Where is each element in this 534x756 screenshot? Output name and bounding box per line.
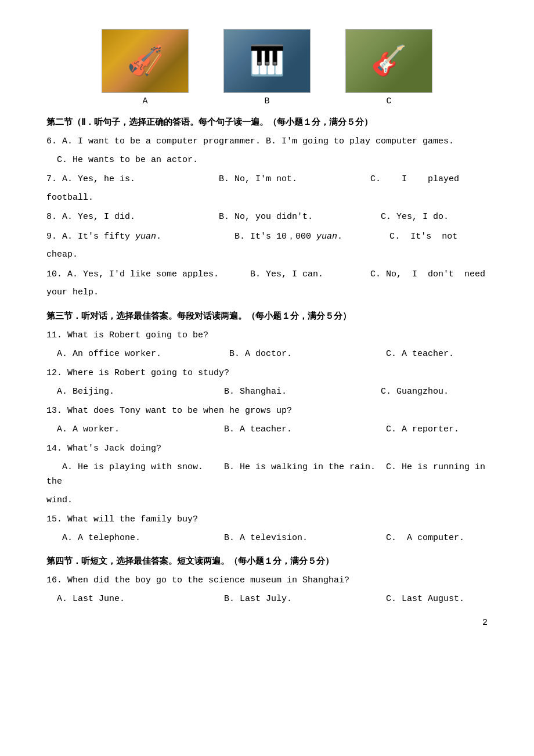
- q12-options: A. Beijing. B. Shanghai. C. Guangzhou.: [46, 384, 488, 399]
- q14-text: 14. What's Jack doing?: [46, 441, 488, 456]
- question-14: 14. What's Jack doing? A. He is playing …: [46, 441, 488, 507]
- yuan-italic-2: yuan: [316, 232, 337, 242]
- section4-title: 第四节．听短文，选择最佳答案。短文读两遍。（每小题１分，满分５分）: [46, 553, 488, 568]
- question-13: 13. What does Tony want to be when he gr…: [46, 404, 488, 437]
- q9-continuation: cheap.: [46, 247, 488, 262]
- image-item-b: B: [223, 29, 311, 106]
- page-number: 2: [482, 618, 488, 628]
- image-violin: [102, 29, 189, 93]
- q10-continuation: your help.: [46, 285, 488, 300]
- question-6: 6. A. I want to be a computer programmer…: [46, 134, 488, 167]
- q8-text: 8. A. Yes, I did. B. No, you didn't. C. …: [46, 210, 488, 225]
- question-10: 10. A. Yes, I'd like some apples. B. Yes…: [46, 267, 488, 300]
- image-item-c: C: [345, 29, 432, 106]
- q11-text: 11. What is Robert going to be?: [46, 328, 488, 343]
- page-container: A B C 第二节（Ⅱ．听句子，选择正确的答语。每个句子读一遍。（每小题１分，满…: [46, 29, 488, 628]
- q15-options: A. A telephone. B. A television. C. A co…: [46, 531, 488, 546]
- question-8: 8. A. Yes, I did. B. No, you didn't. C. …: [46, 210, 488, 225]
- image-piano: [223, 29, 311, 93]
- q16-text: 16. When did the boy go to the science m…: [46, 573, 488, 588]
- q7-text: 7. A. Yes, he is. B. No, I'm not. C. I p…: [46, 172, 488, 187]
- section2-title: 第二节（Ⅱ．听句子，选择正确的答语。每个句子读一遍。（每小题１分，满分５分）: [46, 114, 488, 129]
- section-3: 第三节．听对话，选择最佳答案。每段对话读两遍。（每小题１分，满分５分） 11. …: [46, 308, 488, 545]
- image-label-c: C: [386, 96, 391, 106]
- question-15: 15. What will the family buy? A. A telep…: [46, 512, 488, 545]
- question-16: 16. When did the boy go to the science m…: [46, 573, 488, 606]
- section-4: 第四节．听短文，选择最佳答案。短文读两遍。（每小题１分，满分５分） 16. Wh…: [46, 553, 488, 606]
- question-7: 7. A. Yes, he is. B. No, I'm not. C. I p…: [46, 172, 488, 205]
- q10-text: 10. A. Yes, I'd like some apples. B. Yes…: [46, 267, 488, 282]
- q15-text: 15. What will the family buy?: [46, 512, 488, 527]
- q14-options: A. He is playing with snow. B. He is wal…: [46, 460, 488, 489]
- section-2: 第二节（Ⅱ．听句子，选择正确的答语。每个句子读一遍。（每小题１分，满分５分） 6…: [46, 114, 488, 300]
- question-9: 9. A. It's fifty yuan. B. It's 10，000 yu…: [46, 229, 488, 262]
- image-guitar: [345, 29, 432, 93]
- image-label-a: A: [142, 96, 147, 106]
- q6-text: 6. A. I want to be a computer programmer…: [46, 134, 488, 149]
- q11-options: A. An office worker. B. A doctor. C. A t…: [46, 347, 488, 362]
- question-12: 12. Where is Robert going to study? A. B…: [46, 366, 488, 399]
- section3-title: 第三节．听对话，选择最佳答案。每段对话读两遍。（每小题１分，满分５分）: [46, 308, 488, 323]
- question-11: 11. What is Robert going to be? A. An of…: [46, 328, 488, 361]
- page-number-container: 2: [46, 618, 488, 628]
- q14-continuation: wind.: [46, 493, 488, 508]
- image-item-a: A: [102, 29, 189, 106]
- q16-options: A. Last June. B. Last July. C. Last Augu…: [46, 592, 488, 607]
- q13-text: 13. What does Tony want to be when he gr…: [46, 404, 488, 419]
- q6-options: C. He wants to be an actor.: [46, 153, 488, 168]
- image-label-b: B: [264, 96, 269, 106]
- yuan-italic-1: yuan: [135, 232, 156, 242]
- q13-options: A. A worker. B. A teacher. C. A reporter…: [46, 422, 488, 437]
- images-row: A B C: [46, 29, 488, 106]
- q9-text: 9. A. It's fifty yuan. B. It's 10，000 yu…: [46, 229, 488, 244]
- q12-text: 12. Where is Robert going to study?: [46, 366, 488, 381]
- q7-continuation: football.: [46, 190, 488, 206]
